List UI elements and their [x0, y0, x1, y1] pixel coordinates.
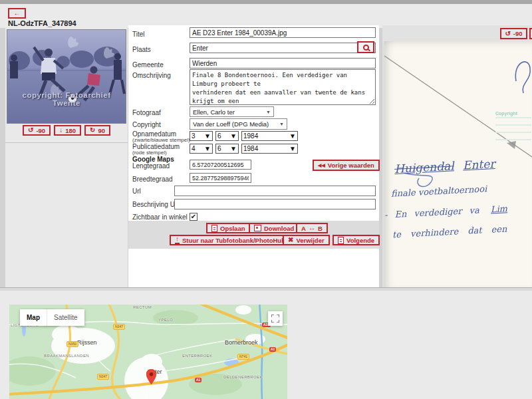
plaats-input[interactable] [190, 43, 376, 53]
gemeente-input[interactable] [190, 58, 376, 68]
verwijder-button[interactable]: ✖ Verwijder [283, 235, 330, 245]
rotate-ccw-icon: ↺ [505, 31, 510, 37]
opname-day-select[interactable]: 3▼ [190, 131, 213, 141]
scan-rotate-cw-button-clipped[interactable]: ↻ [529, 28, 532, 39]
opnamedatum-sublabel: (zwarte/blauwe stempel) [132, 137, 190, 143]
flip-180-button[interactable]: ↓ 180 [54, 125, 81, 136]
photo-panel: copyright: Fotoarchief Twente ↺ -90 ↓ 18… [5, 28, 128, 287]
map-type-control: Map Satellite [20, 309, 84, 326]
scan-image[interactable]: Copyright Huigendal Enter finale voetbal… [384, 41, 532, 287]
check-icon: ✔ [191, 213, 196, 220]
copyright-select[interactable]: Van der Loeff (DPG Media) ▼ [190, 118, 287, 130]
stuur-naar-fotobank-button[interactable]: ↑ Stuur naar Tubfotobank/PhotoHub [170, 235, 291, 245]
motorway-badge: A1 [195, 378, 201, 382]
chevron-down-icon: ▼ [230, 132, 237, 140]
publicatie-year-select[interactable]: 1984▼ [241, 144, 298, 154]
chevron-down-icon: ▼ [204, 145, 211, 152]
download-image-icon [254, 225, 261, 231]
metadata-form: Titel Plaats Gemeente Omschrijving Final… [128, 25, 379, 287]
titel-label: Titel [132, 31, 145, 38]
satellite-view-button[interactable]: Satellite [47, 309, 84, 326]
breedtegraad-label: Breedtegraad [132, 176, 173, 183]
delete-x-icon: ✖ [288, 237, 293, 243]
opname-month-select[interactable]: 6▼ [215, 131, 239, 141]
photo-rotate-controls: ↺ -90 ↓ 180 ↻ 90 [23, 125, 110, 136]
arrow-down-icon: ↓ [59, 127, 63, 134]
chevron-down-icon: ▼ [289, 132, 296, 140]
zichtbaar-checkbox[interactable]: ✔ [190, 213, 198, 221]
publicatie-month-select[interactable]: 6▼ [215, 144, 239, 154]
omschrijving-textarea[interactable]: Finale 8 Bondentoernooi. Een verdediger … [190, 69, 376, 105]
chevron-down-icon: ▼ [266, 110, 271, 114]
url-label: Url [132, 188, 141, 195]
map-place-label: BRAAKMANSLANDEN [44, 354, 89, 358]
swap-arrow-icon: ↔ [309, 225, 315, 231]
scan-toolbar: ↺ -90 ↻ [382, 25, 532, 41]
back-button[interactable]: ← [8, 8, 26, 19]
copyright-label: Copyright [132, 121, 161, 128]
omschrijving-label: Omschrijving [132, 72, 171, 79]
google-map[interactable]: RECTUM YPELO LIGTENBERG Rijssen BRAAKMAN… [9, 305, 287, 399]
download-button[interactable]: Download [249, 223, 299, 233]
lengtegraad-label: Lengtegraad [132, 162, 170, 170]
header-band [0, 0, 532, 28]
map-place-label: DELDENERBROEK [223, 375, 263, 379]
fullscreen-icon [271, 315, 279, 323]
fotograaf-select[interactable]: Ellen, Carlo ter ▼ [190, 106, 274, 117]
map-place-label: RECTUM [133, 305, 152, 309]
road-badge: N350 [66, 341, 78, 347]
plaats-label: Plaats [132, 46, 151, 53]
chevron-down-icon: ▼ [230, 145, 237, 152]
double-left-arrow-icon: ◀◀ [318, 163, 325, 168]
road-badge: N347 [113, 324, 125, 330]
rotate-cw-button[interactable]: ↻ 90 [84, 125, 110, 136]
save-document-icon [211, 225, 217, 232]
volgende-button[interactable]: Volgende [332, 235, 380, 245]
map-town-label: Bornerbroek [225, 339, 258, 346]
top-strip [0, 0, 532, 4]
rotate-ccw-button[interactable]: ↺ -90 [23, 125, 51, 136]
ab-compare-button[interactable]: A ↔ B [296, 223, 328, 233]
upload-icon: ↑ [175, 236, 180, 244]
road-badge: N347 [97, 374, 109, 380]
url-input[interactable] [174, 186, 376, 196]
copyright-stamp: Copyright [495, 111, 531, 146]
scan-rotate-ccw-button[interactable]: ↺ -90 [500, 28, 527, 39]
photo-back-scan-panel: ↺ -90 ↻ Copyright Huigendal Enter finale… [382, 25, 532, 287]
rotate-ccw-icon: ↺ [28, 127, 33, 134]
search-icon [363, 45, 369, 51]
photo-id-label: NL-OdzTFA_347894 [8, 19, 76, 27]
map-town-label: Rijssen [77, 339, 97, 346]
map-place-label: YPELO [158, 318, 173, 322]
map-pin-marker[interactable] [146, 369, 156, 384]
road-badge: N741 [237, 354, 249, 360]
map-place-label: ENTERBROEK [182, 354, 212, 358]
publicatiedatum-sublabel: (rode stempel) [132, 150, 167, 156]
zichtbaar-label: Zichtbaar in winkel [132, 213, 188, 221]
opslaan-button[interactable]: Opslaan [206, 223, 251, 233]
back-arrow-icon: ← [14, 10, 21, 17]
vorige-waarden-button[interactable]: ◀◀ Vorige waarden [313, 160, 380, 171]
next-document-icon [338, 237, 344, 244]
lengtegraad-input[interactable] [190, 160, 251, 170]
plaats-search-button[interactable] [357, 41, 374, 53]
beschrijving-url-label: Beschrijving Url [132, 201, 178, 208]
copyright-watermark: copyright: Fotoarchief Twente [7, 91, 126, 107]
motorway-badge: A1 [269, 347, 276, 352]
beschrijving-url-input[interactable] [174, 199, 376, 209]
fotograaf-label: Fotograaf [132, 109, 161, 116]
rotate-cw-icon: ↻ [90, 127, 95, 134]
divider [5, 142, 128, 143]
publicatie-day-select[interactable]: 4▼ [190, 144, 213, 154]
chevron-down-icon: ▼ [289, 145, 296, 152]
breedtegraad-input[interactable] [190, 173, 251, 183]
chevron-down-icon: ▼ [204, 132, 211, 140]
gemeente-label: Gemeente [132, 61, 164, 68]
map-view-button[interactable]: Map [20, 309, 47, 326]
titel-input[interactable] [190, 27, 376, 38]
photo-thumbnail[interactable]: copyright: Fotoarchief Twente [7, 29, 126, 124]
opname-year-select[interactable]: 1984▼ [241, 131, 298, 141]
chevron-down-icon: ▼ [279, 122, 284, 126]
fullscreen-button[interactable] [268, 311, 283, 326]
soccer-photo-image [7, 30, 126, 123]
